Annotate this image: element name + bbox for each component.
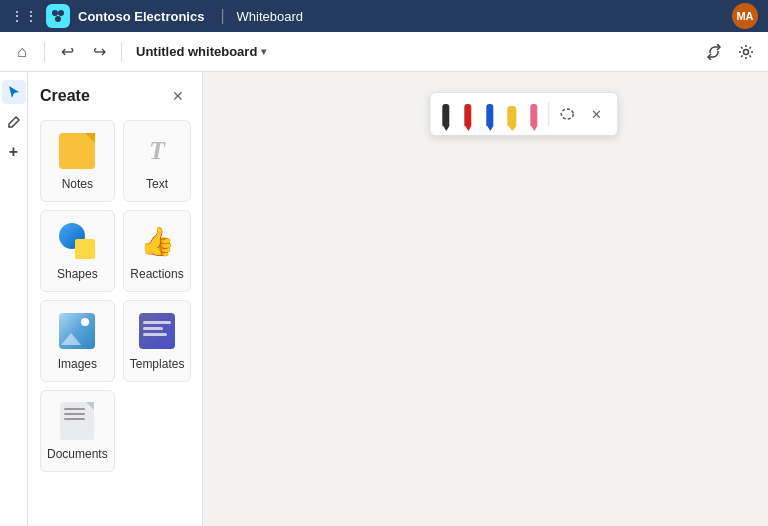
- text-icon: T: [137, 131, 177, 171]
- sidebar-icon-panel: +: [0, 72, 28, 526]
- more-tools-button[interactable]: +: [2, 140, 26, 164]
- create-panel-header: Create ✕: [40, 84, 190, 108]
- reactions-icon: 👍: [137, 221, 177, 261]
- undo-button[interactable]: ↩: [53, 38, 81, 66]
- ink-toolbar: ✕: [429, 92, 618, 136]
- yellow-highlighter-button[interactable]: [504, 97, 520, 131]
- redo-button[interactable]: ↪: [85, 38, 113, 66]
- app-logo: [46, 4, 70, 28]
- create-text-item[interactable]: T Text: [123, 120, 192, 202]
- images-icon: [57, 311, 97, 351]
- svg-point-4: [561, 109, 573, 119]
- document-title-button[interactable]: Untitled whiteboard ▾: [130, 40, 272, 63]
- pointer-tool[interactable]: [2, 80, 26, 104]
- blue-pen-button[interactable]: [482, 97, 498, 131]
- documents-icon: [57, 401, 97, 441]
- topbar-separator: |: [220, 7, 224, 25]
- create-templates-item[interactable]: Templates: [123, 300, 192, 382]
- svg-point-0: [52, 10, 58, 16]
- pink-pen-button[interactable]: [526, 97, 542, 131]
- documents-label: Documents: [47, 447, 108, 461]
- svg-point-3: [744, 49, 749, 54]
- ink-toolbar-divider: [548, 102, 549, 126]
- reactions-label: Reactions: [130, 267, 183, 281]
- pen-tool[interactable]: [2, 110, 26, 134]
- create-documents-item[interactable]: Documents: [40, 390, 115, 472]
- svg-point-2: [55, 16, 61, 22]
- shapes-label: Shapes: [57, 267, 98, 281]
- notes-label: Notes: [62, 177, 93, 191]
- apps-grid-icon[interactable]: ⋮⋮: [10, 8, 38, 24]
- home-icon[interactable]: ⌂: [8, 38, 36, 66]
- app-name: Contoso Electronics: [78, 9, 204, 24]
- secondary-toolbar: ⌂ ↩ ↪ Untitled whiteboard ▾: [0, 32, 768, 72]
- avatar[interactable]: MA: [732, 3, 758, 29]
- create-items-grid: Notes T Text Shapes: [40, 120, 190, 472]
- red-pen-button[interactable]: [460, 97, 476, 131]
- module-name: Whiteboard: [237, 9, 303, 24]
- create-notes-item[interactable]: Notes: [40, 120, 115, 202]
- settings-button[interactable]: [732, 38, 760, 66]
- toolbar-divider: [44, 42, 45, 62]
- create-panel-title: Create: [40, 87, 90, 105]
- main-area: + Create ✕ Notes T Text: [0, 72, 768, 526]
- close-ink-toolbar-button[interactable]: ✕: [585, 102, 609, 126]
- text-label: Text: [146, 177, 168, 191]
- share-button[interactable]: [700, 38, 728, 66]
- black-pen-button[interactable]: [438, 97, 454, 131]
- shapes-icon: [57, 221, 97, 261]
- create-images-item[interactable]: Images: [40, 300, 115, 382]
- notes-icon: [57, 131, 97, 171]
- chevron-down-icon: ▾: [261, 46, 266, 57]
- lasso-select-button[interactable]: [555, 102, 579, 126]
- canvas-area[interactable]: ✕: [203, 72, 768, 526]
- create-reactions-item[interactable]: 👍 Reactions: [123, 210, 192, 292]
- topbar: ⋮⋮ Contoso Electronics | Whiteboard MA: [0, 0, 768, 32]
- document-title-text: Untitled whiteboard: [136, 44, 257, 59]
- templates-icon: [137, 311, 177, 351]
- toolbar-divider-2: [121, 42, 122, 62]
- create-panel: Create ✕ Notes T Text: [28, 72, 203, 526]
- images-label: Images: [58, 357, 97, 371]
- create-shapes-item[interactable]: Shapes: [40, 210, 115, 292]
- svg-point-1: [58, 10, 64, 16]
- templates-label: Templates: [130, 357, 185, 371]
- close-panel-button[interactable]: ✕: [166, 84, 190, 108]
